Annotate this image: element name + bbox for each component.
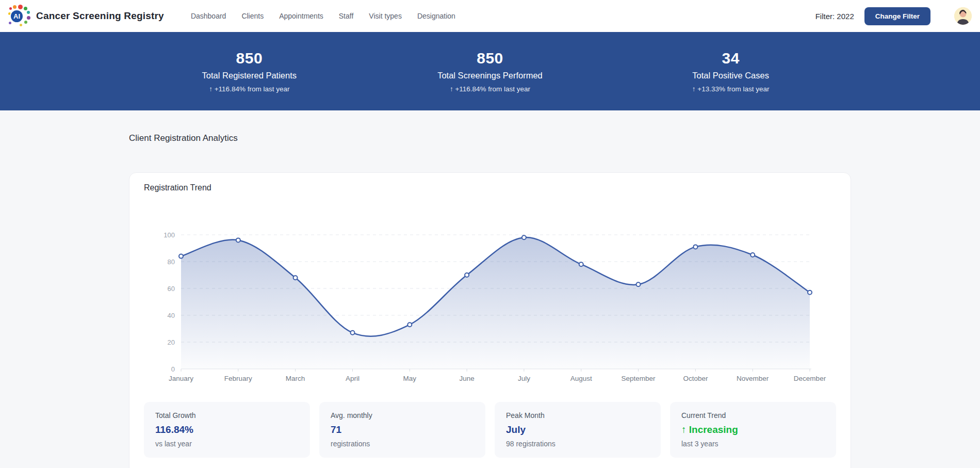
stat-total-positive-cases: 34 Total Positive Cases ↑ +13.33% from l… <box>610 32 851 110</box>
stat-value: 850 <box>236 50 263 67</box>
svg-text:September: September <box>621 375 656 382</box>
nav-item-appointments[interactable]: Appointments <box>279 12 323 20</box>
chart-title: Registration Trend <box>129 183 851 192</box>
summary-cards-row: Total Growth 116.84% vs last year Avg. m… <box>144 402 836 458</box>
nav-item-dashboard[interactable]: Dashboard <box>191 12 226 20</box>
summary-sub: vs last year <box>155 440 299 448</box>
app-logo-icon: AI <box>8 5 30 27</box>
svg-text:October: October <box>683 375 708 382</box>
user-avatar[interactable] <box>954 7 972 25</box>
stat-change: ↑ +116.84% from last year <box>209 85 289 93</box>
nav-item-designation[interactable]: Designation <box>417 12 455 20</box>
avatar-person-icon <box>954 7 972 25</box>
summary-card-avg-monthly: Avg. monthly 71 registrations <box>319 402 485 458</box>
svg-text:60: 60 <box>168 285 175 293</box>
summary-value: ↑ Increasing <box>681 424 825 435</box>
stat-change: ↑ +116.84% from last year <box>450 85 530 93</box>
svg-text:July: July <box>518 375 530 382</box>
svg-text:May: May <box>403 375 417 382</box>
svg-text:100: 100 <box>164 231 175 239</box>
current-filter-label: Filter: 2022 <box>815 12 854 21</box>
svg-text:December: December <box>794 375 826 382</box>
svg-text:February: February <box>224 375 252 382</box>
svg-text:April: April <box>346 375 360 382</box>
logo-ai-text: AI <box>10 9 24 23</box>
svg-text:0: 0 <box>171 365 175 373</box>
stats-banner: 850 Total Registered Patients ↑ +116.84%… <box>0 32 980 110</box>
svg-text:January: January <box>169 375 193 382</box>
stat-label: Total Positive Cases <box>692 71 769 80</box>
summary-sub: last 3 years <box>681 440 825 448</box>
summary-label: Peak Month <box>506 411 649 419</box>
summary-value: 116.84% <box>155 424 299 435</box>
svg-text:August: August <box>570 375 592 382</box>
summary-card-peak-month: Peak Month July 98 registrations <box>495 402 661 458</box>
top-navbar: AI Cancer Screening Registry Dashboard C… <box>0 0 980 32</box>
summary-value: July <box>506 424 649 435</box>
stat-total-screenings-performed: 850 Total Screenings Performed ↑ +116.84… <box>370 32 611 110</box>
summary-card-current-trend: Current Trend ↑ Increasing last 3 years <box>670 402 836 458</box>
section-title: Client Registration Analytics <box>129 133 851 143</box>
registration-trend-chart[interactable]: 020406080100JanuaryFebruaryMarchAprilMay… <box>129 217 852 391</box>
change-filter-button[interactable]: Change Filter <box>864 7 930 25</box>
nav-item-staff[interactable]: Staff <box>339 12 354 20</box>
nav-item-visit-types[interactable]: Visit types <box>369 12 402 20</box>
stat-value: 34 <box>722 50 739 67</box>
summary-sub: 98 registrations <box>506 440 649 448</box>
app-title: Cancer Screening Registry <box>36 10 164 22</box>
main-content: Client Registration Analytics Registrati… <box>129 133 851 468</box>
stat-change: ↑ +13.33% from last year <box>692 85 770 93</box>
svg-text:November: November <box>737 375 769 382</box>
summary-card-total-growth: Total Growth 116.84% vs last year <box>144 402 310 458</box>
registration-trend-card: Registration Trend 020406080100JanuaryFe… <box>129 172 851 468</box>
summary-label: Total Growth <box>155 411 299 419</box>
stat-value: 850 <box>477 50 503 67</box>
stat-label: Total Registered Patients <box>202 71 297 80</box>
summary-value: 71 <box>331 424 474 435</box>
main-nav: Dashboard Clients Appointments Staff Vis… <box>191 12 455 20</box>
summary-label: Current Trend <box>681 411 825 419</box>
summary-label: Avg. monthly <box>331 411 474 419</box>
svg-text:40: 40 <box>168 312 175 319</box>
stat-label: Total Screenings Performed <box>437 71 543 80</box>
svg-text:20: 20 <box>168 338 175 346</box>
svg-text:June: June <box>459 375 474 382</box>
svg-text:80: 80 <box>168 258 175 266</box>
chart-container: 020406080100JanuaryFebruaryMarchAprilMay… <box>129 217 851 391</box>
nav-item-clients[interactable]: Clients <box>241 12 264 20</box>
stat-total-registered-patients: 850 Total Registered Patients ↑ +116.84%… <box>129 32 370 110</box>
summary-sub: registrations <box>331 440 474 448</box>
svg-text:March: March <box>286 375 305 382</box>
